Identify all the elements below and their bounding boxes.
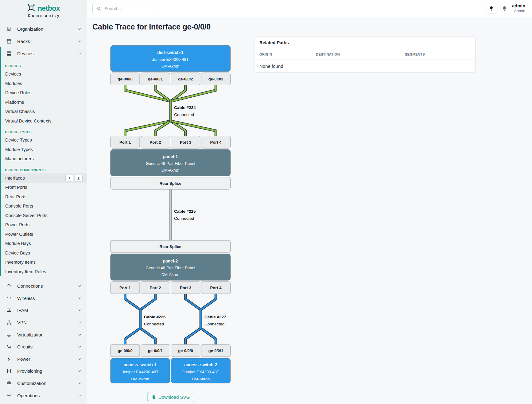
document-icon (6, 368, 12, 374)
global-search[interactable] (92, 3, 155, 14)
port-label: Port 1 (119, 140, 131, 145)
logo-wordmark: netbox (38, 4, 60, 13)
import-interfaces-button[interactable] (75, 175, 83, 181)
section-header-devices: DEVICES (1, 60, 87, 69)
sidebar-item-ipam[interactable]: IPAM (0, 304, 87, 317)
sidebar-item-label: Connections (17, 283, 43, 289)
server-stack-icon (6, 51, 12, 56)
chevron-down-icon (77, 393, 82, 398)
related-paths-title: Related Paths (254, 37, 475, 49)
sidebar-item-label: Interfaces (5, 176, 25, 181)
port-label: ge-0/0/0 (178, 348, 193, 353)
sidebar-item-inventory-item-roles[interactable]: Inventory Item Roles (1, 267, 87, 277)
gear-icon (6, 393, 12, 398)
sidebar-item-circuits[interactable]: Circuits (0, 341, 87, 353)
sidebar-item-console-server-ports[interactable]: Console Server Ports (1, 211, 87, 220)
rear-splice-label: Rear Splice (160, 244, 181, 249)
port-label: ge-0/0/0 (118, 348, 132, 353)
sidebar-item-vpn[interactable]: VPN (0, 317, 87, 329)
chevron-down-icon (77, 381, 82, 386)
building-icon (6, 26, 12, 32)
sidebar-item-label: Power (17, 356, 30, 362)
file-icon (152, 395, 156, 399)
lightbulb-icon (489, 6, 494, 11)
chevron-down-icon (77, 357, 82, 361)
sidebar-item-connections[interactable]: Connections (0, 280, 87, 292)
sidebar-item-label: VPN (17, 320, 27, 325)
sidebar: netbox Community Organization Racks (0, 0, 87, 404)
sidebar-item-label: Organization (17, 26, 43, 32)
sidebar-item-virtual-chassis[interactable]: Virtual Chassis (1, 107, 87, 116)
main-content: Cable Trace for Interface ge-0/0/0 Relat… (87, 17, 532, 404)
sidebar-item-module-types[interactable]: Module Types (1, 145, 87, 154)
sidebar-item-rear-ports[interactable]: Rear Ports (1, 192, 87, 202)
device-model: Generic 48-Pair Fiber Panel (146, 266, 195, 270)
device-name: panel-1 (163, 154, 178, 159)
sidebar-item-devices[interactable]: Devices (1, 47, 87, 60)
sidebar-item-front-ports[interactable]: Front Ports (1, 183, 87, 192)
sidebar-item-devices-list[interactable]: Devices (1, 69, 87, 79)
sidebar-item-virtual-device-contexts[interactable]: Virtual Device Contexts (1, 116, 87, 126)
sidebar-item-power-outlets[interactable]: Power Outlets (1, 230, 87, 239)
wifi-icon (6, 296, 12, 301)
related-paths-card: Related Paths ORIGIN DESTINATION SEGMENT… (254, 36, 476, 73)
sidebar-item-manufacturers[interactable]: Manufacturers (1, 154, 87, 164)
sidebar-item-provisioning[interactable]: Provisioning (0, 365, 87, 377)
device-model: Juniper EX4200-48T (182, 370, 219, 374)
port-label: ge-0/0/3 (208, 77, 223, 81)
sidebar-item-modules[interactable]: Modules (1, 79, 87, 88)
sidebar-item-organization[interactable]: Organization (0, 23, 87, 35)
cable-label[interactable]: Cable #226 (144, 315, 166, 319)
cable-label[interactable]: Cable #224 (174, 105, 196, 110)
sidebar-item-inventory-items[interactable]: Inventory Items (1, 258, 87, 267)
port-label: Port 3 (180, 286, 191, 290)
cable-status: Connected (144, 322, 164, 326)
sidebar-item-device-types[interactable]: Device Types (1, 135, 87, 145)
sidebar-item-module-bays[interactable]: Module Bays (1, 239, 87, 248)
column-header-segments: SEGMENTS (400, 49, 476, 60)
chevron-down-icon (77, 39, 82, 44)
user-menu[interactable]: admin Admin (512, 3, 525, 14)
sidebar-item-device-roles[interactable]: Device Roles (1, 88, 87, 98)
theme-toggle-button[interactable] (486, 3, 497, 14)
rack-grid-icon (6, 39, 12, 44)
port-label: Port 4 (210, 140, 222, 145)
port-label: ge-0/0/1 (148, 348, 163, 353)
monitor-icon (6, 332, 12, 337)
sidebar-item-label: Wireless (17, 296, 35, 301)
sidebar-item-power-ports[interactable]: Power Ports (1, 220, 87, 230)
download-svg-button[interactable]: Download SVG (147, 392, 194, 402)
section-header-device-types: DEVICE TYPES (1, 126, 87, 135)
sidebar-item-customization[interactable]: Customization (0, 377, 87, 390)
cable-label[interactable]: Cable #225 (174, 209, 196, 214)
cable-label[interactable]: Cable #227 (204, 315, 226, 319)
notifications-bell-icon[interactable] (502, 6, 507, 11)
sidebar-item-platforms[interactable]: Platforms (1, 98, 87, 107)
search-input[interactable] (104, 6, 151, 11)
sidebar-item-racks[interactable]: Racks (0, 35, 87, 47)
device-name: access-switch-2 (184, 362, 217, 367)
user-name: admin (512, 3, 525, 9)
cable-status: Connected (174, 112, 194, 117)
sidebar-item-device-bays[interactable]: Device Bays (1, 248, 87, 258)
column-header-destination: DESTINATION (311, 49, 400, 60)
device-model: Juniper EX4200-48T (122, 370, 158, 374)
cable-trace-diagram: dist-switch-1 Juniper EX4200-48T DM-Akro… (106, 42, 253, 386)
sidebar-item-operations[interactable]: Operations (0, 389, 87, 402)
sidebar-item-label: Devices (17, 51, 33, 56)
search-icon (96, 6, 101, 11)
sidebar-item-interfaces[interactable]: Interfaces (1, 173, 87, 183)
sidebar-item-virtualization[interactable]: Virtualization (0, 328, 87, 341)
chevron-down-icon (77, 320, 82, 325)
ip-address-icon (6, 308, 12, 313)
sidebar-item-console-ports[interactable]: Console Ports (1, 201, 87, 211)
user-role: Admin (512, 9, 525, 14)
chevron-down-icon (77, 296, 82, 301)
add-interface-button[interactable] (65, 175, 73, 181)
port-label: Port 3 (180, 140, 191, 145)
network-nodes-icon (6, 320, 12, 325)
port-label: ge-0/0/2 (178, 77, 193, 81)
sidebar-item-power[interactable]: Power (0, 353, 87, 365)
sidebar-item-wireless[interactable]: Wireless (0, 292, 87, 305)
netbox-logo[interactable]: netbox Community (0, 0, 87, 20)
